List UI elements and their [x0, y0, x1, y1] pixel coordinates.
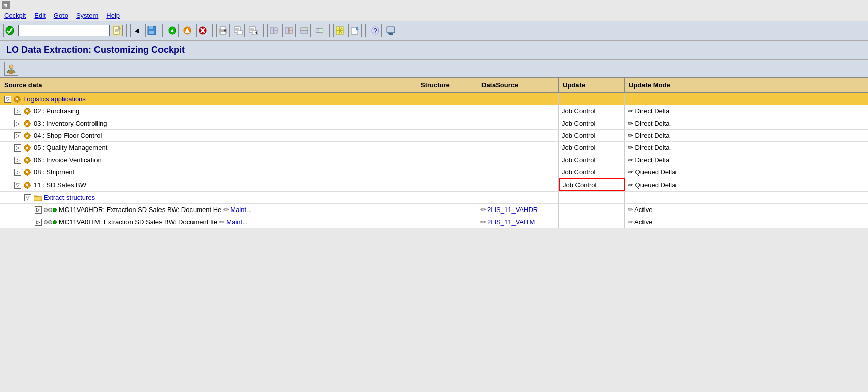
print-button[interactable] [216, 24, 230, 37]
menu-help[interactable]: Help [106, 12, 120, 19]
cell-04-datasource [477, 130, 559, 141]
row-06-invoice[interactable]: ▷ 06 : Invoice Verification Job Control … [0, 154, 868, 166]
find-next-button[interactable] [247, 24, 260, 37]
gear-icon-02 [23, 107, 31, 115]
cell-extract-label: ▽ Extract structures [0, 192, 416, 203]
find-button[interactable] [232, 24, 245, 37]
export-button[interactable] [348, 24, 362, 37]
expand-02-icon[interactable]: ▷ [14, 108, 21, 115]
menu-cockpit[interactable]: Cockpit [4, 12, 26, 19]
save-button[interactable] [145, 24, 158, 37]
separator-6 [365, 24, 366, 37]
page-title: LO Data Extraction: Customizing Cockpit [6, 45, 185, 55]
cell-05-update: Job Control [559, 142, 625, 154]
command-input[interactable] [18, 25, 110, 36]
expand-11-icon[interactable]: ▽ [14, 182, 21, 189]
expand-03-icon[interactable]: ▷ [14, 120, 21, 127]
page-title-area: LO Data Extraction: Customizing Cockpit [0, 41, 868, 60]
row-04-shopfloor[interactable]: ▷ 04 : Shop Floor Control Job Control ✏ … [0, 130, 868, 142]
svg-rect-87 [29, 147, 31, 148]
cell-logistics-apps-updatemode [625, 93, 726, 105]
up-arrow-button[interactable] [181, 24, 194, 37]
cell-11-updatemode: ✏ Queued Delta [625, 178, 726, 191]
cell-03-label: ▷ 03 : Inventory Controlling [0, 117, 416, 129]
nav-back-button[interactable]: ◄ [130, 24, 143, 37]
menu-edit[interactable]: Edit [34, 12, 45, 19]
person-button[interactable] [4, 62, 18, 76]
extract-structures-text: Extract structures [44, 194, 95, 201]
cell-11-label: ▽ 11 : SD Sales BW [0, 178, 416, 191]
row-08-shipment[interactable]: ▷ 08 : Shipment Job Control ✏ Queued Del… [0, 166, 868, 178]
logistics-apps-text: Logistics applications [23, 95, 86, 103]
expand-06-icon[interactable]: ▷ [14, 157, 21, 164]
cancel-button[interactable] [196, 24, 209, 37]
mc11vaoitm-ds-text[interactable]: 2LIS_11_VAITM [487, 218, 535, 226]
svg-point-59 [16, 98, 19, 101]
expand-04-icon[interactable]: ▷ [14, 132, 21, 139]
row-mc11vaoitm[interactable]: ▷ MC11VA0ITM: Extraction SD Sales BW: Do… [0, 216, 868, 228]
row-logistics-apps[interactable]: ▽ Logistics applications [0, 93, 868, 105]
toolbar: ◄ ● [0, 21, 868, 41]
svg-rect-91 [27, 162, 28, 164]
confirm-button[interactable] [3, 24, 16, 37]
expand-05-icon[interactable]: ▷ [14, 144, 21, 152]
separator-5 [329, 24, 330, 37]
document-icon-button[interactable] [112, 25, 123, 36]
icon-btn-2[interactable] [282, 24, 296, 37]
gear-icon-11 [23, 181, 31, 189]
expand-08-icon[interactable]: ▷ [14, 169, 21, 176]
cell-mc11vahdr-update [559, 204, 625, 216]
row-extract-structures[interactable]: ▽ Extract structures [0, 192, 868, 204]
header-update-mode: Update Mode [625, 78, 726, 92]
cell-03-update: Job Control [559, 117, 625, 129]
separator-1 [126, 24, 127, 37]
expand-logistics-icon[interactable]: ▽ [4, 96, 11, 103]
icon-btn-1[interactable] [267, 24, 280, 37]
monitor-button[interactable] [384, 24, 397, 37]
row-02-purchasing[interactable]: ▷ 02 : Purchasing Job Control ✏ Direct D… [0, 105, 868, 117]
gear-icon-04 [23, 132, 31, 140]
row-05-quality[interactable]: ▷ 05 : Quality Management Job Control ✏ … [0, 142, 868, 154]
svg-rect-35 [285, 28, 289, 33]
star-button[interactable] [333, 24, 346, 37]
cell-06-updatemode: ✏ Direct Delta [625, 154, 726, 166]
mc11vaoitm-maint[interactable]: Maint... [226, 218, 248, 226]
svg-rect-69 [29, 111, 31, 112]
svg-rect-103 [27, 187, 28, 189]
cell-04-structure [416, 130, 477, 141]
green-circle-button[interactable]: ● [166, 24, 179, 37]
row-11-sd-sales[interactable]: ▽ 11 : SD Sales BW Job Control ✏ Queued … [0, 178, 868, 192]
menu-system[interactable]: System [76, 12, 98, 19]
row-mc11vahdr[interactable]: ▷ MC11VA0HDR: Extraction SD Sales BW: Do… [0, 204, 868, 216]
menu-bar: Cockpit Edit Goto System Help [0, 10, 868, 21]
svg-rect-62 [14, 99, 15, 100]
mc11vahdr-ds-text[interactable]: 2LIS_11_VAHDR [487, 206, 538, 214]
expand-mc11vahdr-icon[interactable]: ▷ [35, 206, 42, 214]
svg-rect-90 [27, 157, 28, 158]
menu-goto[interactable]: Goto [54, 12, 68, 19]
gear-icon-03 [23, 119, 31, 128]
svg-rect-104 [24, 185, 25, 186]
icon-btn-4[interactable] [313, 24, 326, 37]
cell-11-update[interactable]: Job Control [559, 178, 625, 191]
mc11vahdr-maint[interactable]: Maint... [230, 206, 252, 214]
svg-rect-106 [34, 197, 42, 201]
cell-extract-update [559, 192, 625, 203]
svg-point-20 [224, 30, 226, 32]
cell-05-label: ▷ 05 : Quality Management [0, 142, 416, 154]
expand-mc11vaoitm-icon[interactable]: ▷ [35, 219, 42, 226]
cell-04-label: ▷ 04 : Shop Floor Control [0, 130, 416, 141]
mc11vaoitm-pencil1: ✏ [219, 218, 225, 226]
svg-rect-63 [19, 99, 21, 100]
svg-point-77 [26, 134, 29, 137]
cell-mc11vahdr-structure [416, 204, 477, 216]
cell-02-updatemode: ✏ Direct Delta [625, 105, 726, 117]
row-03-inventory[interactable]: ▷ 03 : Inventory Controlling Job Control… [0, 117, 868, 130]
expand-extract-icon[interactable]: ▽ [24, 194, 31, 201]
svg-rect-67 [27, 113, 28, 115]
cell-extract-datasource [477, 192, 559, 203]
help-button[interactable]: ? [369, 24, 382, 37]
mc11vaoitm-text: MC11VA0ITM: Extraction SD Sales BW: Docu… [59, 218, 217, 226]
cell-03-datasource [477, 117, 559, 129]
icon-btn-3[interactable] [298, 24, 311, 37]
